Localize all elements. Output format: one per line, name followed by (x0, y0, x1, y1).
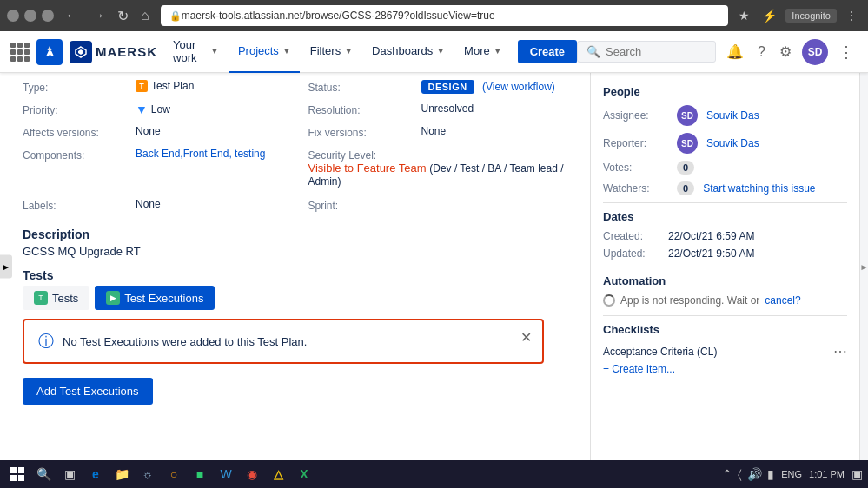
dates-section-title: Dates (603, 210, 847, 223)
add-test-executions-button[interactable]: Add Test Executions (23, 378, 153, 405)
browser-refresh-btn[interactable]: ↻ (113, 6, 133, 26)
settings-gear-icon[interactable]: ⚙ (776, 40, 795, 63)
votes-count: 0 (677, 161, 694, 175)
taskbar-apps: 🔍 ▣ e 📁 ☼ ○ ■ W ◉ △ X (31, 462, 316, 486)
taskbar-chevron-icon[interactable]: ⌃ (722, 467, 732, 481)
browser-back-btn[interactable]: ← (61, 6, 83, 25)
app-not-responding-msg: App is not responding. Wait or cancel? (603, 294, 847, 307)
tab-tests[interactable]: T Tests (23, 286, 89, 310)
maersk-icon (70, 41, 92, 63)
sprint-label: Sprint: (308, 198, 421, 212)
taskbar-chrome-btn[interactable]: ◉ (240, 462, 264, 486)
nav-dashboards[interactable]: Dashboards ▼ (363, 31, 454, 73)
security-value: Visible to Feature Team (308, 162, 427, 175)
taskbar-network-icon[interactable]: 〈 (738, 467, 742, 482)
reporter-avatar: SD (677, 133, 698, 154)
taskbar-app5-btn[interactable]: ■ (188, 462, 212, 486)
taskbar-app3-btn[interactable]: ☼ (136, 462, 160, 486)
nav-more[interactable]: More ▼ (455, 31, 511, 73)
priority-field: Priority: ▼ Low (23, 102, 291, 116)
taskbar-time: 1:01 PM (809, 469, 845, 479)
taskbar-sound-icon[interactable]: 🔊 (747, 467, 762, 481)
updated-row: Updated: 22/Oct/21 9:50 AM (603, 247, 847, 260)
notifications-bell-icon[interactable]: 🔔 (723, 40, 747, 63)
svg-rect-2 (10, 467, 17, 473)
tests-tabs: T Tests ▶ Test Executions (23, 286, 576, 310)
view-workflow-link[interactable]: (View workflow) (482, 81, 555, 93)
maersk-icon-svg (74, 45, 88, 59)
info-close-button[interactable]: ✕ (520, 331, 532, 345)
watch-issue-link[interactable]: Start watching this issue (703, 182, 815, 195)
tab-test-executions[interactable]: ▶ Test Executions (95, 286, 215, 310)
panel-collapse-button[interactable]: ► (0, 255, 12, 279)
nav-filters[interactable]: Filters ▼ (301, 31, 361, 73)
browser-window-controls (7, 10, 54, 22)
browser-extensions-btn[interactable]: ⚡ (759, 7, 780, 24)
taskbar-search-btn[interactable]: 🔍 (31, 462, 56, 486)
taskbar-notification-icon[interactable]: ▣ (851, 467, 863, 481)
components-label: Components: (23, 148, 136, 162)
divider-2 (603, 267, 847, 267)
taskbar-explorer-btn[interactable]: 📁 (109, 462, 134, 486)
search-input[interactable] (606, 45, 692, 58)
taskbar-app8-btn[interactable]: X (292, 462, 316, 486)
automation-section-title: Automation (603, 274, 847, 287)
test-plan-icon: T (136, 80, 148, 92)
browser-home-btn[interactable]: ⌂ (136, 6, 154, 25)
browser-actions: ★ ⚡ Incognito ⋮ (735, 7, 861, 24)
svg-marker-1 (78, 49, 83, 55)
tests-section-title: Tests (23, 268, 576, 282)
browser-menu-btn[interactable]: ⋮ (842, 7, 861, 24)
created-label: Created: (603, 230, 668, 242)
browser-maximize-btn[interactable] (42, 10, 54, 22)
right-panel-expand[interactable]: ► (859, 73, 868, 460)
components-value[interactable]: Back End,Front End, testing (136, 148, 291, 160)
cancel-link[interactable]: cancel? (765, 294, 800, 307)
create-button[interactable]: Create (518, 40, 577, 63)
right-panel: People Assignee: SD Souvik Das Reporter:… (590, 73, 859, 460)
browser-minimize-btn[interactable] (24, 10, 36, 22)
atlassian-logo[interactable] (36, 39, 63, 65)
taskbar-system-icons: ⌃ 〈 🔊 ▮ (722, 467, 774, 482)
taskbar-battery-icon[interactable]: ▮ (767, 467, 774, 481)
taskbar-edge-btn[interactable]: e (83, 462, 108, 486)
votes-label: Votes: (603, 162, 668, 174)
browser-forward-btn[interactable]: → (87, 6, 109, 25)
extra-menu-dots[interactable]: ⋮ (835, 43, 858, 62)
assignee-name[interactable]: Souvik Das (706, 109, 759, 122)
windows-icon (10, 467, 24, 481)
dashboards-caret: ▼ (436, 46, 445, 56)
no-executions-info-box: ⓘ No Test Executions were added to this … (23, 319, 544, 364)
nav-links: Your work ▼ Projects ▼ Filters ▼ Dashboa… (164, 31, 511, 73)
browser-close-btn[interactable] (7, 10, 19, 22)
status-field: Status: DESIGN (View workflow) (308, 80, 577, 94)
reporter-name[interactable]: Souvik Das (706, 137, 759, 149)
taskbar-app7-btn[interactable]: △ (266, 462, 290, 486)
nav-projects[interactable]: Projects ▼ (229, 31, 300, 73)
apps-grid-icon[interactable] (10, 43, 30, 62)
status-badge[interactable]: DESIGN (421, 80, 474, 94)
security-label: Security Level: (308, 148, 421, 162)
browser-bookmark-btn[interactable]: ★ (735, 7, 753, 24)
reporter-row: Reporter: SD Souvik Das (603, 133, 847, 154)
updated-value: 22/Oct/21 9:50 AM (668, 247, 754, 260)
nav-logo-area: MAERSK (10, 39, 157, 65)
address-bar[interactable]: 🔒 maersk-tools.atlassian.net/browse/GCSS… (161, 5, 729, 26)
sprint-field: Sprint: (308, 198, 577, 212)
maersk-logo[interactable]: MAERSK (70, 41, 157, 63)
create-item-link[interactable]: + Create Item... (603, 363, 847, 375)
search-bar[interactable]: 🔍 (577, 41, 716, 63)
checklist-more-button[interactable]: ⋯ (833, 343, 847, 359)
url-text: maersk-tools.atlassian.net/browse/GCSS-2… (182, 10, 495, 22)
taskbar-app4-btn[interactable]: ○ (162, 462, 186, 486)
user-avatar[interactable]: SD (802, 39, 828, 65)
checklist-item-name: Acceptance Criteria (CL) (603, 346, 717, 358)
created-row: Created: 22/Oct/21 6:59 AM (603, 230, 847, 242)
taskbar-start-button[interactable] (5, 462, 30, 486)
help-icon[interactable]: ? (754, 41, 769, 63)
nav-your-work[interactable]: Your work ▼ (164, 31, 228, 73)
taskbar-task-view-btn[interactable]: ▣ (57, 462, 82, 486)
taskbar-app6-btn[interactable]: W (214, 462, 238, 486)
browser-nav-controls: ← → ↻ ⌂ (61, 6, 154, 26)
type-field: Type: T Test Plan (23, 80, 291, 94)
